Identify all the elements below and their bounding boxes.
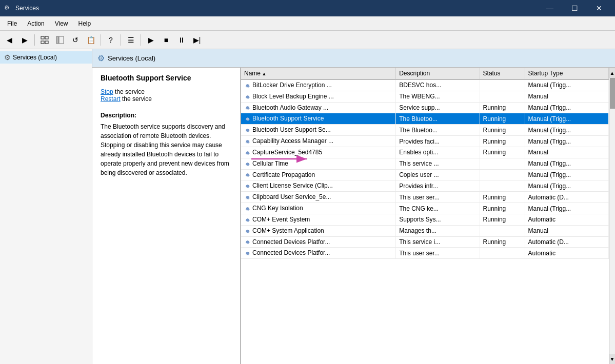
table-row[interactable]: Client License Service (Clip...Provides … <box>241 180 609 192</box>
svg-rect-0 <box>41 36 44 39</box>
service-startup-cell: Automatic (D... <box>525 236 608 248</box>
service-desc-cell: Copies user ... <box>396 169 480 180</box>
row-gear-icon <box>244 138 251 145</box>
row-gear-icon <box>244 149 251 156</box>
table-row[interactable]: Clipboard User Service_5e...This user se… <box>241 192 609 203</box>
scroll-up-button[interactable]: ▲ <box>609 68 615 78</box>
table-row[interactable]: BitLocker Drive Encryption ...BDESVC hos… <box>241 79 609 91</box>
service-startup-cell: Manual (Trigg... <box>525 125 608 136</box>
service-desc-cell: This service ... <box>396 158 480 169</box>
table-row[interactable]: Bluetooth Support ServiceThe Bluetoo...R… <box>241 113 609 125</box>
stop-service-button[interactable]: ■ <box>159 33 173 47</box>
row-gear-icon <box>244 194 251 201</box>
menu-action[interactable]: Action <box>22 18 49 29</box>
service-status-cell <box>480 91 525 102</box>
service-name-cell: COM+ Event System <box>241 214 396 225</box>
service-name-cell: Bluetooth Audio Gateway ... <box>241 102 396 113</box>
services-header-title: Services (Local) <box>108 54 155 62</box>
window-controls: — ☐ ✕ <box>538 0 611 16</box>
service-status-cell <box>480 158 525 169</box>
service-status-cell: Running <box>480 192 525 203</box>
forward-button[interactable]: ▶ <box>17 33 32 47</box>
service-desc-cell: Supports Sys... <box>396 214 480 225</box>
table-row[interactable]: CaptureService_5ed4785Enables opti...Run… <box>241 147 609 158</box>
svg-rect-3 <box>45 41 48 44</box>
row-gear-icon <box>244 115 251 123</box>
service-desc-cell: This user ser... <box>396 192 480 203</box>
console-tree-icon <box>41 36 49 44</box>
service-status-cell: Running <box>480 113 525 125</box>
col-header-status[interactable]: Status <box>480 68 525 79</box>
stop-link[interactable]: Stop <box>101 88 113 95</box>
col-header-name[interactable]: Name <box>241 68 396 79</box>
service-status-cell: Running <box>480 214 525 225</box>
start-service-button[interactable]: ▶ <box>144 33 158 47</box>
service-status-cell: Running <box>480 125 525 136</box>
col-header-startup[interactable]: Startup Type <box>525 68 608 79</box>
table-row[interactable]: Cellular TimeThis service ...Manual (Tri… <box>241 158 609 169</box>
table-row[interactable]: Connected Devices Platfor...This service… <box>241 236 609 248</box>
service-name-cell: Bluetooth Support Service <box>241 113 396 125</box>
toolbar: ◀ ▶ ↺ 📋 ? ☰ ▶ ■ ⏸ ▶| <box>0 31 615 49</box>
restart-suffix: the service <box>121 95 152 103</box>
table-row[interactable]: Bluetooth User Support Se...The Bluetoo.… <box>241 125 609 136</box>
service-startup-cell: Automatic <box>525 214 608 225</box>
col-header-description[interactable]: Description <box>396 68 480 79</box>
services-table-container[interactable]: Name Description Status Startup Type Bit… <box>241 68 609 364</box>
description-text: The Bluetooth service supports discovery… <box>101 123 229 176</box>
service-startup-cell: Manual (Trigg... <box>525 102 608 113</box>
service-desc-cell: Enables opti... <box>396 147 480 158</box>
sidebar-item-label: Services (Local) <box>13 54 57 61</box>
show-console-tree-button[interactable] <box>37 33 52 47</box>
table-row[interactable]: COM+ Event SystemSupports Sys...RunningA… <box>241 214 609 225</box>
table-header-row: Name Description Status Startup Type <box>241 68 609 79</box>
refresh-button[interactable]: ↺ <box>68 33 83 47</box>
service-name-cell: Clipboard User Service_5e... <box>241 192 396 203</box>
export-button[interactable]: 📋 <box>84 33 98 47</box>
help-button[interactable]: ? <box>104 33 118 47</box>
row-gear-icon <box>244 93 251 100</box>
menu-help[interactable]: Help <box>73 18 96 29</box>
row-gear-icon <box>244 238 251 246</box>
sidebar-item-services-local[interactable]: ⚙ Services (Local) <box>0 51 92 64</box>
separator-1 <box>34 34 35 46</box>
service-startup-cell: Manual (Trigg... <box>525 158 608 169</box>
row-gear-icon <box>244 160 251 168</box>
service-startup-cell: Manual (Trigg... <box>525 169 608 180</box>
table-row[interactable]: Connected Devices Platfor...This user se… <box>241 248 609 259</box>
service-status-cell <box>480 169 525 180</box>
menu-view[interactable]: View <box>50 18 73 29</box>
close-button[interactable]: ✕ <box>587 0 611 16</box>
minimize-button[interactable]: — <box>538 0 562 16</box>
table-row[interactable]: COM+ System ApplicationManages th...Manu… <box>241 225 609 236</box>
back-button[interactable]: ◀ <box>2 33 16 47</box>
service-status-cell <box>480 225 525 236</box>
pause-service-button[interactable]: ⏸ <box>174 33 189 47</box>
table-row[interactable]: Bluetooth Audio Gateway ...Service supp.… <box>241 102 609 113</box>
service-status-cell: Running <box>480 102 525 113</box>
service-startup-cell: Manual <box>525 225 608 236</box>
service-name-cell: Cellular Time <box>241 158 396 169</box>
separator-4 <box>141 34 141 46</box>
show-action-pane-button[interactable] <box>53 33 67 47</box>
info-panel-title: Bluetooth Support Service <box>101 74 232 82</box>
table-row[interactable]: Capability Access Manager ...Provides fa… <box>241 136 609 147</box>
row-gear-icon <box>244 250 251 257</box>
restart-link[interactable]: Restart <box>101 95 121 103</box>
separator-2 <box>101 34 101 46</box>
maximize-button[interactable]: ☐ <box>563 0 586 16</box>
vertical-scrollbar[interactable]: ▲ ▼ <box>609 68 615 364</box>
menu-file[interactable]: File <box>2 18 22 29</box>
service-status-cell: Running <box>480 147 525 158</box>
table-row[interactable]: Certificate PropagationCopies user ...Ma… <box>241 169 609 180</box>
row-gear-icon <box>244 104 251 111</box>
scroll-thumb[interactable] <box>610 78 615 109</box>
resume-service-button[interactable]: ▶| <box>190 33 204 47</box>
main-container: ⚙ Services (Local) ⚙ Services (Local) Bl… <box>0 49 615 364</box>
scroll-down-button[interactable]: ▼ <box>609 354 615 364</box>
table-row[interactable]: CNG Key IsolationThe CNG ke...RunningMan… <box>241 203 609 214</box>
service-desc-cell: Manages th... <box>396 225 480 236</box>
properties-button[interactable]: ☰ <box>124 33 138 47</box>
table-row[interactable]: Block Level Backup Engine ...The WBENG..… <box>241 91 609 102</box>
service-startup-cell: Manual <box>525 91 608 102</box>
